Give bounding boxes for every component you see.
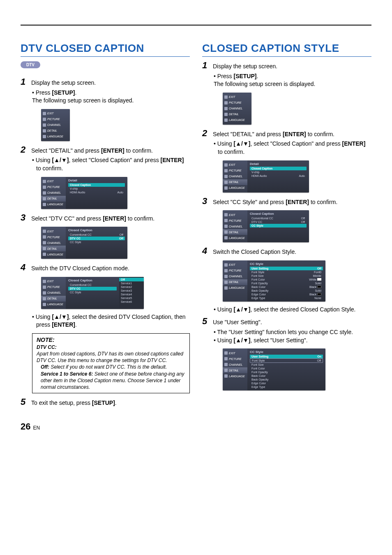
osd-side-label: DETAIL xyxy=(229,231,239,234)
osd-side-label: CHANNEL xyxy=(229,107,242,110)
language-icon xyxy=(43,135,46,138)
section-title-dtv-cc: DTV CLOSED CAPTION xyxy=(21,42,190,57)
osd-side-label: DETAIL xyxy=(47,197,57,200)
picture-icon xyxy=(224,169,228,172)
txt: Using xyxy=(217,140,234,147)
osd-side-language: LANGUAGE xyxy=(41,251,66,257)
osd-side-language: LANGUAGE xyxy=(41,302,66,307)
osd-panel: Closed Caption Conventional CC DTV CC CC… xyxy=(66,277,119,309)
osd-panel: Detail Closed Caption V-chip HDMI AudioA… xyxy=(247,160,309,193)
step-text: Use "User Setting". xyxy=(213,317,262,327)
detail-icon xyxy=(224,369,228,372)
osd-side-detail: DETAIL xyxy=(41,196,66,202)
osd-side-picture: PICTURE xyxy=(223,218,247,223)
top-rule xyxy=(21,25,371,26)
txt: , select "User Setting". xyxy=(250,337,307,344)
channel-icon xyxy=(224,275,228,278)
osd-setup-menu: EXIT PICTURE CHANNEL DETAIL LANGUAGE xyxy=(41,109,70,141)
txt: Using xyxy=(217,337,234,344)
osd-side-language: LANGUAGE xyxy=(223,185,247,191)
osd-side-label: CHANNEL xyxy=(47,123,61,126)
page-language: EN xyxy=(33,425,40,431)
osd-side-picture: PICTURE xyxy=(41,184,66,190)
picture-icon xyxy=(43,118,46,121)
osd-side-label: LANGUAGE xyxy=(229,375,245,378)
key-enter: [ENTER] xyxy=(286,199,309,205)
osd-row-label: Back Opacity xyxy=(251,289,268,292)
osd-row: Font ColorWhite xyxy=(250,278,323,281)
osd-side-channel: CHANNEL xyxy=(41,290,66,296)
exit-icon xyxy=(43,230,46,233)
osd-row-value: Middle xyxy=(313,274,321,277)
key-arrows: [▲/▼] xyxy=(52,157,69,163)
step2-bullet: Using [▲/▼], select "Closed Caption" and… xyxy=(32,156,190,172)
osd-side-label: EXIT xyxy=(229,163,235,166)
osd-row: User SettingOn xyxy=(250,355,323,358)
osd-panel: CC Style User SettingOff Font StyleFont0… xyxy=(247,260,325,302)
osd-row-value: None xyxy=(314,297,321,300)
color-swatch-icon xyxy=(317,293,321,295)
detail-icon xyxy=(43,197,46,200)
osd-side-label: LANGUAGE xyxy=(47,203,63,206)
channel-icon xyxy=(224,363,228,366)
osd-panel-title: Detail xyxy=(68,179,125,182)
osd-drop-item: Off xyxy=(119,278,144,281)
osd-row: HDMI AudioAuto xyxy=(68,190,125,194)
key-enter: [ENTER] xyxy=(52,321,75,328)
osd-side-channel: CHANNEL xyxy=(41,122,70,128)
osd-row: Back Opacity xyxy=(250,378,323,381)
osd-panel: Closed Caption Conventional CCOff DTV CC… xyxy=(66,227,127,259)
osd-side-label: PICTURE xyxy=(47,236,60,239)
key-arrows: [▲/▼] xyxy=(233,140,250,147)
osd-side-label: DETAIL xyxy=(229,369,239,372)
note-body: Apart from closed captions, DTV has its … xyxy=(37,351,185,364)
picture-icon xyxy=(224,357,228,360)
osd-row: Font Color xyxy=(250,367,323,370)
step-text: Select "DETAIL" and press [ENTER] to con… xyxy=(31,145,153,155)
section-title-cc-style: CLOSED CAPTION STYLE xyxy=(202,42,371,57)
channel-icon xyxy=(224,107,228,110)
osd-row-value: On xyxy=(317,355,321,358)
osd-row-label: Back Color xyxy=(251,374,265,377)
step4-bullet: Using [▲/▼], select the desired DTV Clos… xyxy=(32,313,190,329)
osd-side-picture: PICTURE xyxy=(223,268,247,274)
osd-drop-item: Service5 xyxy=(119,296,144,300)
step4-bullet: Using [▲/▼], select the desired Closed C… xyxy=(214,306,371,314)
osd-row-label: Edge Color xyxy=(251,382,266,385)
osd-row: Font SizeMiddle xyxy=(250,274,323,278)
step-3: 3 Select "DTV CC" and press [ENTER] to c… xyxy=(21,213,190,223)
step-5: 5 Use "User Setting". xyxy=(202,317,371,327)
note-title: NOTE: xyxy=(37,336,185,344)
osd-row-label: V-chip xyxy=(251,171,259,174)
txt: Black xyxy=(309,286,316,288)
txt: Press xyxy=(36,89,52,96)
osd-side-exit: EXIT xyxy=(41,228,66,234)
step-number: 2 xyxy=(21,145,28,154)
osd-side-label: EXIT xyxy=(229,214,235,216)
osd-side-label: CHANNEL xyxy=(229,175,242,178)
osd-panel-title: Detail xyxy=(250,162,307,166)
osd-side-label: DETAIL xyxy=(229,113,239,116)
step-5: 5 To exit the setup, press [SETUP]. xyxy=(21,397,190,407)
osd-side-label: LANGUAGE xyxy=(47,135,63,138)
step-number: 3 xyxy=(21,213,28,222)
osd-row-label: Font Opacity xyxy=(251,282,268,285)
osd-side-language: LANGUAGE xyxy=(41,134,70,139)
osd-row-label: CC Style xyxy=(70,291,81,294)
osd-row-value: Off xyxy=(317,267,321,270)
txt: to confirm. xyxy=(126,215,154,222)
txt: to confirm. xyxy=(218,149,244,155)
osd-ccstyle-on: EXIT PICTURE CHANNEL DETAIL LANGUAGE CC … xyxy=(223,348,325,390)
channel-icon xyxy=(224,225,228,228)
osd-row-label: Closed Caption xyxy=(251,167,272,170)
osd-side-language: LANGUAGE xyxy=(223,235,247,241)
osd-side-channel: CHANNEL xyxy=(223,106,251,111)
step-number: 1 xyxy=(21,77,28,86)
txt: . xyxy=(115,399,117,406)
osd-side-exit: EXIT xyxy=(41,111,70,116)
osd-row-label: DTV CC xyxy=(251,221,262,223)
osd-drop-item: Service6 xyxy=(119,300,144,304)
osd-side-detail: DETAIL xyxy=(41,128,70,134)
note-service: Service 1 to Service 6: Select one of th… xyxy=(41,371,185,391)
osd-side-label: CHANNEL xyxy=(47,242,61,244)
